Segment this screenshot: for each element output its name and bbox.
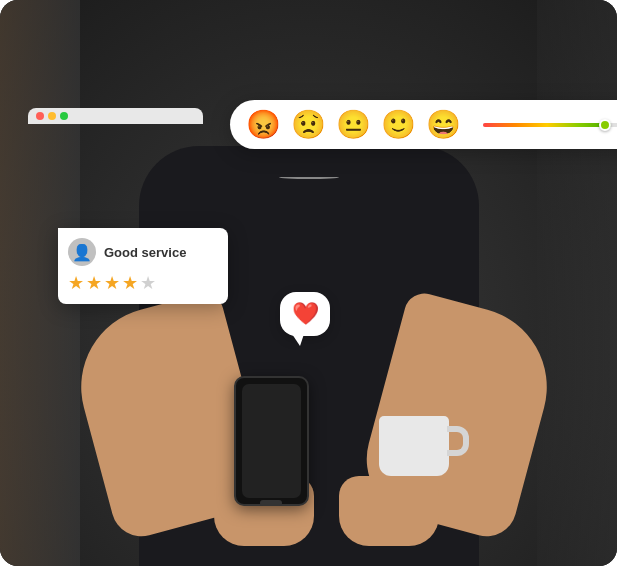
emoji-very-good[interactable]: 😄 [426,108,461,141]
coffee-cup [379,416,459,486]
review-card-header: 👤 Good service [68,238,214,266]
star-4: ★ [122,272,138,294]
scale-container [475,123,617,127]
avatar-icon: 👤 [68,238,96,266]
review-card-container: 👤 Good service ★ ★ ★ ★ ★ [28,108,203,124]
review-card: 👤 Good service ★ ★ ★ ★ ★ [58,228,228,304]
main-scene: 👤 Good service ★ ★ ★ ★ ★ 😡 😟 😐 🙂 😄 [0,0,617,566]
avatar-glyph: 👤 [72,243,92,262]
emoji-bad[interactable]: 😟 [291,108,326,141]
emoji-rating-bar[interactable]: 😡 😟 😐 🙂 😄 [230,100,617,149]
necklace [279,176,339,179]
person [59,106,559,566]
phone [234,376,309,506]
star-2: ★ [86,272,102,294]
cup-handle [447,426,469,456]
phone-screen [242,384,301,498]
window-dot-green [60,112,68,120]
star-rating: ★ ★ ★ ★ ★ [68,272,214,294]
heart-icon: ❤️ [292,301,319,327]
star-5: ★ [140,272,156,294]
emoji-good[interactable]: 🙂 [381,108,416,141]
window-dot-yellow [48,112,56,120]
review-title: Good service [104,245,186,260]
cup-body [379,416,449,476]
speech-bubble: ❤️ [280,292,330,336]
phone-button [260,500,282,506]
star-1: ★ [68,272,84,294]
emoji-neutral[interactable]: 😐 [336,108,371,141]
scale-track [483,123,617,127]
hand-right [339,476,439,546]
emoji-very-bad[interactable]: 😡 [246,108,281,141]
scale-fill [483,123,611,127]
star-3: ★ [104,272,120,294]
window-dot-red [36,112,44,120]
scale-indicator [599,119,611,131]
